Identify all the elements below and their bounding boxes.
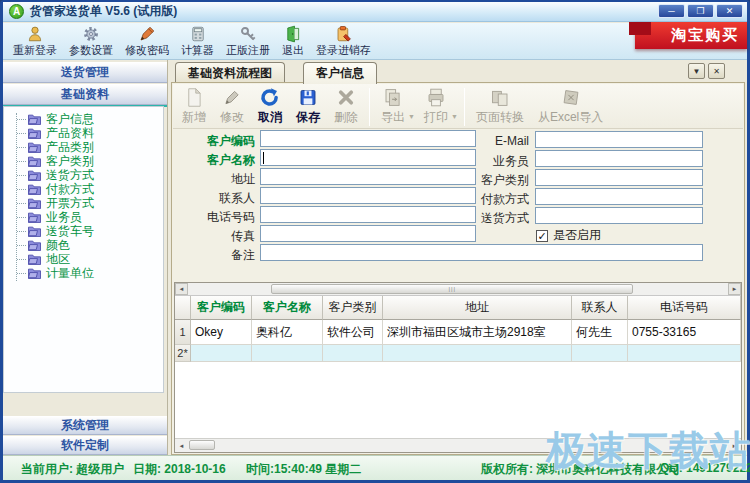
settings-button[interactable]: 参数设置 [63,24,119,59]
customer-table: ◄ ► ||| 客户编码 客户名称 客户类别 地址 联系人 电话号码 [174,282,742,453]
table-top-scrollbar[interactable]: ◄ ► ||| [175,283,741,296]
cell-contact[interactable] [572,345,628,362]
register-label: 正版注册 [226,43,270,58]
change-password-button[interactable]: 修改密码 [119,24,175,59]
delete-button[interactable]: 删除 [327,86,365,127]
table-row[interactable]: 1 Okey 奥科亿 软件公司 深圳市福田区城市主场2918室 何先生 0755… [175,320,741,345]
payment-method-input[interactable] [535,188,703,205]
page-convert-button[interactable]: 页面转换 [469,86,531,127]
col-phone[interactable]: 电话号码 [628,296,741,320]
cell-phone[interactable] [628,345,741,362]
export-button[interactable]: 导出 [374,86,412,127]
cell-customer-category[interactable] [323,345,383,362]
print-button[interactable]: 打印 [417,86,455,127]
print-icon [425,87,447,108]
cell-customer-code[interactable]: Okey [191,320,252,345]
register-icon [238,25,258,43]
taobao-buy-banner[interactable]: 淘宝购买 [635,22,747,49]
register-button[interactable]: 正版注册 [220,24,276,59]
relogin-icon [25,25,45,43]
col-customer-name[interactable]: 客户名称 [252,296,323,320]
tree-item-delivery-vehicle[interactable]: 送货车号 [4,224,163,238]
settings-icon [81,25,101,43]
table-header-row: 客户编码 客户名称 客户类别 地址 联系人 电话号码 [175,296,741,320]
sidebar-section-basic-data[interactable]: 基础资料 [3,84,167,105]
folder-icon [27,267,42,279]
sidebar-section-delivery[interactable]: 送货管理 [3,62,167,83]
export-dropdown-icon[interactable]: ▼ [408,113,415,120]
calculator-button[interactable]: 计算器 [175,24,220,59]
enabled-checkbox[interactable]: 是否启用 [536,227,601,244]
customer-name-input[interactable] [260,149,476,166]
customer-category-input[interactable] [535,169,703,186]
app-logo-icon: A [9,4,24,19]
folder-icon [27,113,42,125]
cancel-button[interactable]: 取消 [251,86,289,127]
relogin-button[interactable]: 重新登录 [7,24,63,59]
cell-address[interactable] [383,345,572,362]
exit-button[interactable]: 退出 [276,24,310,59]
contact-input[interactable] [260,187,476,204]
phone-input[interactable] [260,206,476,223]
folder-icon [27,197,42,209]
payment-method-label: 付款方式 [451,191,529,208]
customer-code-input[interactable] [260,130,476,147]
tab-dropdown-button[interactable]: ▼ [688,63,705,79]
change-password-label: 修改密码 [125,43,169,58]
table-bottom-scrollbar[interactable]: ◄ ► [175,438,741,452]
cell-customer-name[interactable]: 奥科亿 [252,320,323,345]
print-dropdown-icon[interactable]: ▼ [451,113,458,120]
tree-item-color[interactable]: 颜色 [4,238,163,252]
cell-phone[interactable]: 0755-33165 [628,320,741,345]
cell-contact[interactable]: 何先生 [572,320,628,345]
email-input[interactable] [535,131,703,148]
scroll-right-icon[interactable]: ► [728,440,741,452]
scroll-left-icon[interactable]: ◄ [175,440,188,452]
customer-category-label: 客户类别 [451,172,529,189]
excel-import-button[interactable]: 从Excel导入 [531,86,610,127]
col-customer-category[interactable]: 客户类别 [323,296,383,320]
sidebar-section-system[interactable]: 系统管理 [3,416,167,435]
page-convert-label: 页面转换 [476,109,524,126]
inventory-login-button[interactable]: 登录进销存 [310,24,377,59]
address-input[interactable] [260,168,476,185]
maximize-button[interactable]: ❐ [687,4,714,18]
cell-customer-code[interactable] [191,345,252,362]
close-button[interactable]: ✕ [716,4,743,18]
tab-basic-data-flowchart[interactable]: 基础资料流程图 [175,62,285,83]
folder-icon [27,155,42,167]
scroll-right-icon[interactable]: ► [728,283,741,295]
tree-item-unit[interactable]: 计量单位 [4,266,163,280]
col-customer-code[interactable]: 客户编码 [191,296,252,320]
delivery-method-input[interactable] [535,207,703,224]
email-label: E-Mail [451,134,529,148]
inventory-login-icon [334,25,354,43]
fax-input[interactable] [260,225,476,242]
cancel-icon [259,87,281,108]
col-address[interactable]: 地址 [383,296,572,320]
remarks-input[interactable] [260,244,703,261]
salesperson-input[interactable] [535,150,703,167]
new-button[interactable]: 新增 [175,86,213,127]
cell-customer-name[interactable] [252,345,323,362]
cell-customer-category[interactable]: 软件公司 [323,320,383,345]
modify-label: 修改 [220,109,244,126]
cell-address[interactable]: 深圳市福田区城市主场2918室 [383,320,572,345]
tab-customer-info[interactable]: 客户信息 [303,62,377,84]
password-icon [137,25,157,43]
save-button[interactable]: 保存 [289,86,327,127]
sidebar-section-custom[interactable]: 软件定制 [3,436,167,455]
minimize-button[interactable]: ─ [658,4,685,18]
col-contact[interactable]: 联系人 [572,296,628,320]
sidebar: 送货管理 基础资料 客户信息 产品资料 产品类别 客户类别 送货方式 付款方式 … [3,60,168,455]
table-new-row[interactable]: 2* [175,345,741,362]
inventory-login-label: 登录进销存 [316,43,371,58]
tab-close-button[interactable]: ✕ [708,63,725,79]
new-label: 新增 [182,109,206,126]
scrollbar-thumb[interactable]: ||| [271,284,633,294]
modify-button[interactable]: 修改 [213,86,251,127]
delivery-method-label: 送货方式 [451,210,529,227]
scroll-left-icon[interactable]: ◄ [175,283,188,295]
calculator-label: 计算器 [181,43,214,58]
tree-item-invoice-method[interactable]: 开票方式 [4,196,163,210]
